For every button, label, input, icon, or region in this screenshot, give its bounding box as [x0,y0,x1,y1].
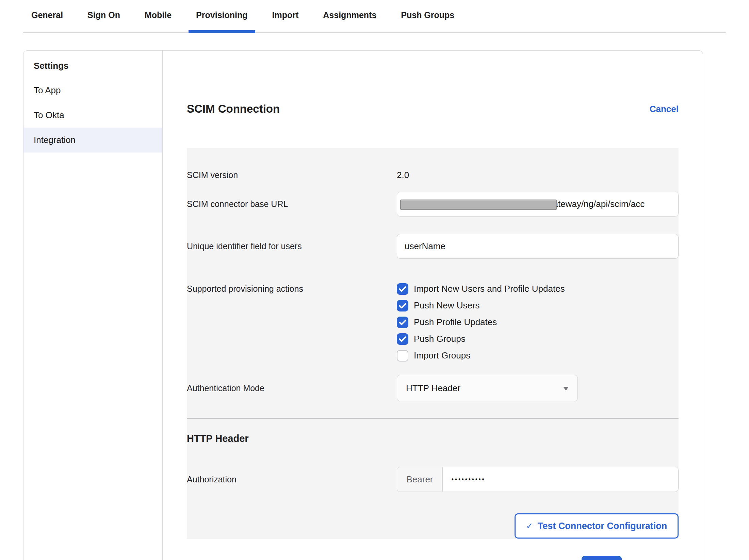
checkbox-label: Push Groups [414,334,466,344]
tab-mobile[interactable]: Mobile [137,10,179,32]
scim-connection-form: SCIM Connection Cancel SCIM version 2.0 … [163,51,703,560]
settings-sidebar: Settings To App To Okta Integration [23,51,163,560]
tab-provisioning[interactable]: Provisioning [189,10,255,32]
sidebar-item-integration[interactable]: Integration [23,128,162,153]
base-url-input[interactable]: https://h5hd-195-19-67-148.ngrok.io/gate… [397,192,679,217]
tab-import[interactable]: Import [265,10,306,32]
auth-mode-label: Authentication Mode [187,383,397,393]
tab-assignments[interactable]: Assignments [315,10,384,32]
authorization-token-input[interactable]: •••••••••• [443,467,486,492]
section-divider [187,418,679,419]
tab-general[interactable]: General [24,10,70,32]
test-connector-label: Test Connector Configuration [538,521,667,531]
base-url-label: SCIM connector base URL [187,199,397,209]
checkbox-row-push-new-users[interactable]: Push New Users [397,297,679,314]
actions-label: Supported provisioning actions [187,281,397,294]
checkbox-label: Push New Users [414,300,480,311]
checkbox-row-push-profile-updates[interactable]: Push Profile Updates [397,314,679,331]
check-icon [399,336,406,342]
checkbox-label: Import Groups [414,350,470,361]
save-button[interactable]: Save [582,556,622,560]
page-title: SCIM Connection [187,102,280,115]
sidebar-item-to-app[interactable]: To App [23,78,162,103]
checkbox-row-import-groups[interactable]: Import Groups [397,347,679,364]
scim-version-label: SCIM version [187,170,397,180]
checkbox-label: Import New Users and Profile Updates [414,284,565,294]
test-connector-configuration-button[interactable]: ✓ Test Connector Configuration [515,513,679,539]
app-tab-bar: General Sign On Mobile Provisioning Impo… [23,0,726,33]
unique-id-value: userName [405,241,445,252]
tab-push-groups[interactable]: Push Groups [393,10,462,32]
check-icon: ✓ [526,521,533,531]
checkbox-push-profile-updates[interactable] [397,317,408,328]
http-header-section-heading: HTTP Header [187,433,679,444]
check-icon [399,319,406,325]
unique-id-label: Unique identifier field for users [187,241,397,251]
sidebar-item-to-okta[interactable]: To Okta [23,103,162,128]
checkbox-import-groups[interactable] [397,350,408,362]
checkbox-row-import-users-profile-updates[interactable]: Import New Users and Profile Updates [397,281,679,297]
chevron-down-icon [563,387,569,390]
redaction-overlay [400,199,557,210]
scim-settings-area: SCIM version 2.0 SCIM connector base URL… [187,148,679,539]
provisioning-panel: Settings To App To Okta Integration SCIM… [23,50,703,560]
sidebar-heading: Settings [23,59,162,73]
tab-sign-on[interactable]: Sign On [80,10,128,32]
check-icon [399,303,406,309]
authorization-label: Authorization [187,475,397,484]
check-icon [399,286,406,292]
bearer-prefix: Bearer [397,467,443,492]
checkbox-push-new-users[interactable] [397,300,408,311]
header-cancel-link[interactable]: Cancel [650,104,679,114]
scim-version-value: 2.0 [397,170,679,180]
checkbox-row-push-groups[interactable]: Push Groups [397,331,679,347]
unique-id-input[interactable]: userName [397,234,679,259]
checkbox-label: Push Profile Updates [414,317,497,327]
checkbox-push-groups[interactable] [397,333,408,345]
checkbox-import-users-profile-updates[interactable] [397,283,408,295]
authorization-input-group: Bearer •••••••••• [397,467,679,492]
auth-mode-value: HTTP Header [406,383,460,394]
auth-mode-select[interactable]: HTTP Header [397,375,578,401]
